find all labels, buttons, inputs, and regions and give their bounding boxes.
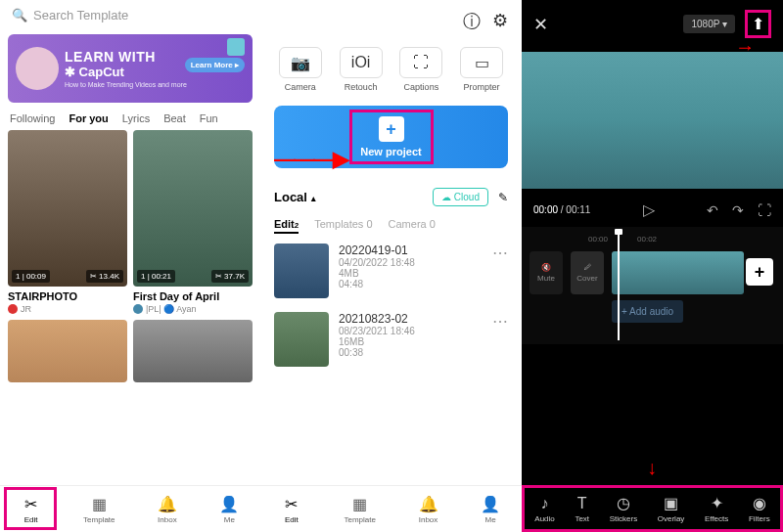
tool-stickers[interactable]: ◷Stickers: [610, 494, 637, 523]
mute-icon: 🔇: [541, 263, 551, 272]
thumb-stat: ✂ 13.4K: [86, 270, 123, 283]
tool-audio[interactable]: ♪Audio: [534, 495, 554, 523]
local-label[interactable]: Local ▴: [274, 190, 316, 204]
thumb-badge: 1 | 00:09: [12, 270, 50, 283]
more-icon[interactable]: ⋯: [492, 312, 508, 331]
banner-app-icon: [227, 38, 245, 56]
chevron-up-icon: ▴: [311, 194, 316, 203]
nav-template[interactable]: ▦Template: [83, 494, 115, 524]
nav-inbox[interactable]: 🔔Inbox: [419, 494, 438, 524]
user-avatar: [133, 304, 143, 314]
camera-icon: 📷: [279, 47, 322, 78]
nav-template[interactable]: ▦Template: [344, 494, 375, 524]
tab-beat[interactable]: Beat: [163, 112, 186, 124]
learn-more-button[interactable]: Learn More ▸: [185, 58, 245, 72]
upload-icon: ⬆: [752, 16, 764, 32]
proj-tab-edit[interactable]: Edit2: [274, 218, 299, 234]
project-item[interactable]: 20220419-01 04/20/2022 18:48 4MB 04:48 ⋯: [274, 244, 508, 298]
project-thumb: [274, 312, 329, 367]
template-card[interactable]: 1 | 00:21 ✂ 37.7K First Day of April |PL…: [133, 130, 253, 314]
proj-tab-camera[interactable]: Camera 0: [389, 218, 436, 234]
tool-text[interactable]: TText: [575, 495, 589, 523]
ruler-tick: 00:00: [588, 235, 608, 244]
tool-prompter[interactable]: ▭Prompter: [460, 47, 503, 92]
play-button[interactable]: ▷: [643, 200, 655, 219]
overlay-icon: ▣: [664, 494, 678, 512]
tool-captions[interactable]: ⛶Captions: [399, 47, 442, 92]
tab-fun[interactable]: Fun: [200, 112, 218, 124]
video-clip[interactable]: [612, 251, 744, 294]
undo-button[interactable]: ↶: [707, 202, 718, 218]
search-icon: 🔍: [12, 8, 27, 22]
template-thumb: 1 | 00:21 ✂ 37.7K: [133, 130, 253, 287]
editor-toolbar: ♪Audio TText ◷Stickers ▣Overlay ✦Effects…: [522, 485, 783, 532]
playhead[interactable]: [618, 231, 620, 340]
learn-banner[interactable]: LEARN WITH ✱ CapCut How to Make Trending…: [8, 34, 253, 103]
add-clip-button[interactable]: +: [746, 258, 773, 286]
export-button[interactable]: ⬆: [745, 10, 771, 38]
cover-icon: 🖉: [583, 263, 591, 272]
tab-lyrics[interactable]: Lyrics: [122, 112, 150, 124]
nav-me[interactable]: 👤Me: [219, 494, 239, 524]
cover-button[interactable]: 🖉Cover: [571, 251, 604, 294]
annotation-arrow: ↑: [735, 43, 758, 53]
annotation-arrow: ↓: [647, 457, 657, 479]
tool-retouch[interactable]: iOiRetouch: [340, 47, 383, 92]
audio-icon: ♪: [541, 495, 549, 512]
resolution-button[interactable]: 1080P ▾: [683, 15, 735, 33]
effects-icon: ✦: [711, 494, 723, 512]
nav-inbox[interactable]: 🔔Inbox: [158, 494, 177, 524]
close-icon[interactable]: ✕: [533, 14, 548, 35]
scissors-icon: ✂: [282, 494, 301, 513]
thumb-stat: ✂ 37.7K: [211, 270, 249, 283]
template-icon: ▦: [350, 494, 370, 513]
bottom-nav: ✂Edit ▦Template 🔔Inbox 👤Me: [260, 485, 522, 532]
search-placeholder: Search Template: [33, 8, 128, 22]
tool-effects[interactable]: ✦Effects: [705, 494, 728, 523]
more-icon[interactable]: ⋯: [492, 244, 508, 262]
template-icon: ▦: [89, 494, 109, 513]
fullscreen-button[interactable]: ⛶: [758, 202, 771, 218]
banner-avatar: [16, 47, 59, 90]
bell-icon: 🔔: [419, 494, 438, 513]
project-item[interactable]: 20210823-02 08/23/2021 18:46 16MB 00:38 …: [274, 312, 508, 367]
annotation-arrow: ———▶: [274, 147, 347, 172]
card-user: JR: [8, 304, 127, 314]
tool-filters[interactable]: ◉Filters: [749, 494, 770, 523]
nav-me[interactable]: 👤Me: [481, 494, 500, 524]
video-preview[interactable]: [522, 52, 783, 189]
user-icon: 👤: [219, 494, 239, 513]
nav-edit[interactable]: ✂Edit: [282, 494, 301, 524]
tool-overlay[interactable]: ▣Overlay: [658, 494, 685, 523]
user-icon: 👤: [481, 494, 500, 513]
captions-icon: ⛶: [399, 47, 442, 78]
card-title: STAIRPHOTO: [8, 290, 127, 302]
search-bar[interactable]: 🔍 Search Template: [0, 0, 260, 30]
template-thumb-small[interactable]: [133, 320, 253, 382]
annotation-highlight: [4, 487, 57, 530]
thumb-badge: 1 | 00:21: [137, 270, 175, 283]
cloud-button[interactable]: ☁ Cloud: [433, 188, 488, 206]
retouch-icon: iOi: [340, 47, 383, 78]
add-audio-button[interactable]: + Add audio: [612, 300, 683, 323]
proj-tab-templates[interactable]: Templates 0: [314, 218, 372, 234]
tab-following[interactable]: Following: [10, 112, 55, 124]
prompter-icon: ▭: [460, 47, 503, 78]
stickers-icon: ◷: [617, 494, 630, 512]
template-thumb-small[interactable]: [8, 320, 127, 382]
tab-for-you[interactable]: For you: [69, 112, 108, 124]
redo-button[interactable]: ↷: [732, 202, 744, 218]
timeline[interactable]: 00:00 00:02 🔇Mute 🖉Cover + + Add audio: [522, 227, 783, 344]
template-card[interactable]: 1 | 00:09 ✂ 13.4K STAIRPHOTO JR: [8, 130, 127, 314]
template-thumb: 1 | 00:09 ✂ 13.4K: [8, 130, 127, 287]
user-avatar: [8, 304, 18, 314]
filters-icon: ◉: [753, 494, 766, 512]
card-title: First Day of April: [133, 290, 253, 302]
text-icon: T: [577, 495, 587, 512]
tool-camera[interactable]: 📷Camera: [279, 47, 322, 92]
mute-button[interactable]: 🔇Mute: [530, 251, 563, 294]
help-icon[interactable]: ⓘ: [463, 10, 481, 33]
settings-icon[interactable]: ⚙: [492, 10, 508, 33]
edit-pencil-icon[interactable]: ✎: [498, 191, 508, 204]
time-display: 00:00 / 00:11: [533, 204, 590, 215]
